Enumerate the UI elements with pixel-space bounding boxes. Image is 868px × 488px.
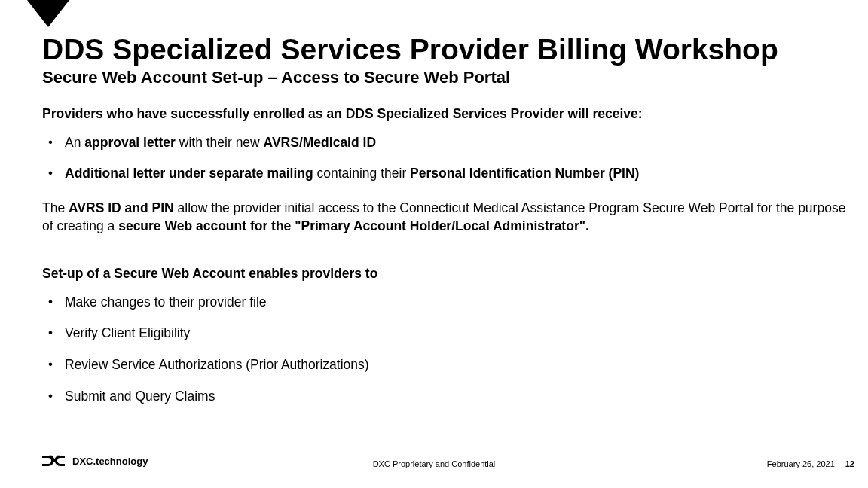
- text-bold: secure Web account for the "Primary Acco…: [118, 218, 589, 233]
- mid-paragraph: The AVRS ID and PIN allow the provider i…: [42, 200, 847, 235]
- page-subtitle: Secure Web Account Set-up – Access to Se…: [42, 68, 847, 87]
- list-item: Review Service Authorizations (Prior Aut…: [42, 356, 847, 374]
- slide-content: DDS Specialized Services Provider Billin…: [42, 33, 847, 422]
- page-title: DDS Specialized Services Provider Billin…: [42, 33, 847, 66]
- enables-list: Make changes to their provider file Veri…: [42, 294, 847, 406]
- text: An: [65, 135, 84, 150]
- text-bold: Personal Identification Number (PIN): [410, 166, 639, 181]
- slide-footer: DXC.technology DXC Proprietary and Confi…: [0, 453, 868, 474]
- text-bold: AVRS ID and PIN: [69, 200, 174, 215]
- triangle-decoration-icon: [27, 0, 69, 27]
- text: containing their: [313, 166, 410, 181]
- text-bold: AVRS/Medicaid ID: [264, 135, 376, 150]
- footer-page-number: 12: [845, 459, 854, 468]
- text-bold: Additional letter under separate mailing: [65, 166, 313, 181]
- intro-paragraph: Providers who have successfully enrolled…: [42, 105, 847, 124]
- footer-date: February 26, 2021: [767, 459, 835, 468]
- list-item: An approval letter with their new AVRS/M…: [42, 134, 847, 152]
- list-item: Verify Client Eligibility: [42, 325, 847, 343]
- footer-meta: February 26, 202112: [767, 459, 854, 468]
- list-item: Submit and Query Claims: [42, 388, 847, 406]
- text: with their new: [176, 135, 264, 150]
- section-heading: Set-up of a Secure Web Account enables p…: [42, 265, 847, 283]
- list-item: Make changes to their provider file: [42, 294, 847, 312]
- text: The: [42, 200, 69, 215]
- footer-confidential: DXC Proprietary and Confidential: [0, 459, 868, 468]
- receive-list: An approval letter with their new AVRS/M…: [42, 134, 847, 183]
- text-bold: approval letter: [84, 135, 176, 150]
- list-item: Additional letter under separate mailing…: [42, 165, 847, 183]
